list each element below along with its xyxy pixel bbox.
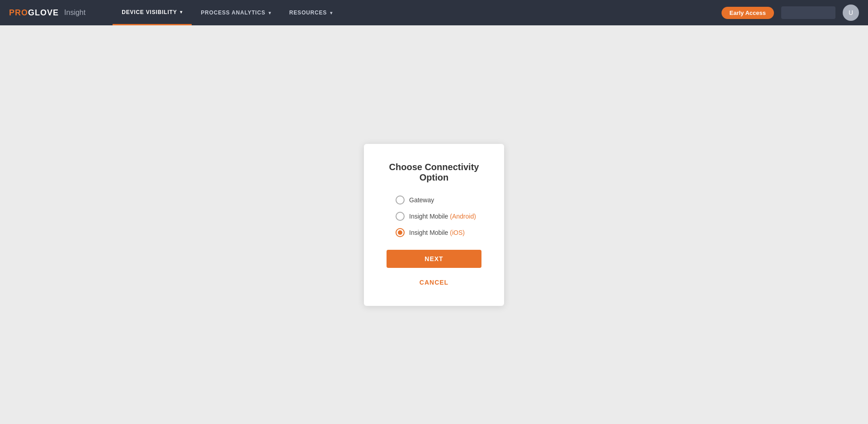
navbar-right: Early Access U [722,5,859,21]
nav-item-resources[interactable]: RESOURCES ▾ [280,0,342,25]
search-bar[interactable] [781,6,835,19]
cancel-button[interactable]: CANCEL [416,275,452,290]
chevron-down-icon: ▾ [269,10,271,15]
navbar-nav: DEVICE VISIBILITY ▾ PROCESS ANALYTICS ▾ … [113,0,342,25]
nav-item-device-visibility[interactable]: DEVICE VISIBILITY ▾ [113,0,192,25]
logo-insight: Insight [64,9,85,17]
avatar-initial: U [849,9,853,16]
logo-pro: PRO [9,8,28,17]
option-ios[interactable]: Insight Mobile (iOS) [396,228,481,237]
main-content: Choose Connectivity Option Gateway Insig… [0,25,868,424]
logo: PROGLOVE Insight [9,8,85,18]
option-android[interactable]: Insight Mobile (Android) [396,212,481,221]
nav-label-process-analytics: PROCESS ANALYTICS [201,10,265,16]
early-access-button[interactable]: Early Access [722,7,774,19]
option-android-label: Insight Mobile (Android) [409,213,476,220]
chevron-down-icon: ▾ [180,10,183,14]
chevron-down-icon: ▾ [330,10,333,15]
radio-ios-inner [398,230,402,235]
option-gateway-label: Gateway [409,196,434,204]
nav-label-device-visibility: DEVICE VISIBILITY [122,9,177,15]
radio-ios [396,228,405,237]
option-ios-label: Insight Mobile (iOS) [409,229,465,236]
nav-item-process-analytics[interactable]: PROCESS ANALYTICS ▾ [192,0,280,25]
modal-title: Choose Connectivity Option [387,162,481,183]
navbar: PROGLOVE Insight DEVICE VISIBILITY ▾ PRO… [0,0,868,25]
avatar[interactable]: U [843,5,859,21]
logo-glove: GLOVE [28,8,59,17]
next-button[interactable]: NEXT [387,250,481,268]
nav-label-resources: RESOURCES [289,10,327,16]
radio-gateway [396,195,405,205]
connectivity-modal: Choose Connectivity Option Gateway Insig… [364,144,504,306]
option-gateway[interactable]: Gateway [396,195,481,205]
options-list: Gateway Insight Mobile (Android) Insight… [387,195,481,237]
logo-proglove: PROGLOVE [9,8,59,18]
radio-android [396,212,405,221]
